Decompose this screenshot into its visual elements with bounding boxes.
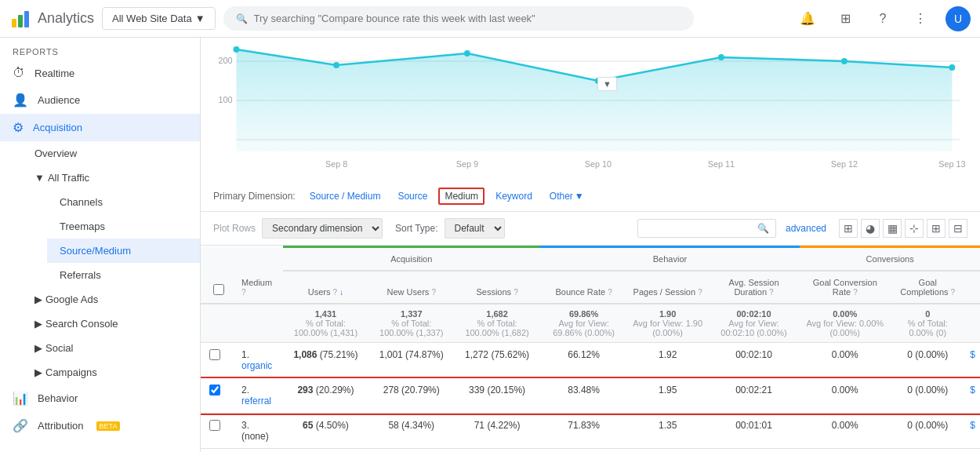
row-medium-2: (none) bbox=[241, 431, 269, 442]
row-medium-link-1[interactable]: referral bbox=[241, 396, 271, 406]
dim-tab-keyword[interactable]: Keyword bbox=[489, 188, 539, 205]
sidebar-label-source-medium: Source/Medium bbox=[60, 245, 131, 257]
sidebar-item-all-traffic[interactable]: ▼ All Traffic bbox=[22, 166, 200, 190]
app-title: Analytics bbox=[38, 10, 94, 27]
pie-view-icon[interactable]: ◕ bbox=[861, 219, 880, 238]
sidebar-item-overview[interactable]: Overview bbox=[22, 141, 200, 166]
search-input[interactable] bbox=[254, 13, 681, 24]
new-users-help-icon[interactable]: ? bbox=[431, 288, 436, 297]
avg-session-help-icon[interactable]: ? bbox=[769, 288, 774, 297]
totals-goal-conv-rate-cell: 0.00% Avg for View: 0.00% (0.00%) bbox=[800, 304, 890, 343]
svg-rect-1 bbox=[18, 15, 23, 27]
totals-new-users-sub: % of Total: 100.00% (1,337) bbox=[373, 319, 449, 337]
totals-bounce-rate-sub: Avg for View: 69.86% (0.00%) bbox=[545, 319, 623, 337]
help-icon[interactable]: ? bbox=[870, 6, 895, 31]
search-console-expand-icon: ▶ bbox=[34, 318, 42, 330]
users-help-icon[interactable]: ? bbox=[333, 288, 338, 297]
sidebar-item-behavior[interactable]: 📊 Behavior bbox=[0, 385, 200, 412]
row-checkbox-0[interactable] bbox=[209, 349, 220, 360]
advanced-link[interactable]: advanced bbox=[786, 223, 826, 234]
table-search[interactable]: 🔍 bbox=[637, 219, 776, 238]
pivot-view-icon[interactable]: ⊞ bbox=[927, 219, 946, 238]
sessions-help-icon[interactable]: ? bbox=[514, 288, 518, 297]
sidebar-item-acquisition[interactable]: ⚙ Acquisition bbox=[0, 114, 200, 141]
secondary-dimension-select[interactable]: Secondary dimension bbox=[262, 218, 383, 239]
users-sort-icon[interactable]: ↓ bbox=[339, 288, 343, 297]
sidebar-item-audience[interactable]: 👤 Audience bbox=[0, 86, 200, 114]
pages-session-help-icon[interactable]: ? bbox=[698, 288, 702, 297]
dim-tab-source-medium[interactable]: Source / Medium bbox=[303, 188, 387, 205]
sidebar-label-behavior: Behavior bbox=[38, 392, 78, 404]
col-pages-session-label: Pages / Session bbox=[633, 287, 696, 297]
sidebar-item-realtime[interactable]: ⏱ Realtime bbox=[0, 60, 200, 86]
goal-conv-rate-help-icon[interactable]: ? bbox=[853, 288, 858, 297]
sidebar-item-treemaps[interactable]: Treemaps bbox=[47, 214, 200, 239]
chart-dropdown[interactable]: ▼ bbox=[597, 77, 617, 91]
scatter-view-icon[interactable]: ⊹ bbox=[905, 219, 924, 238]
svg-point-18 bbox=[718, 54, 724, 60]
row-new-users-value-0: 1,001 bbox=[379, 349, 403, 360]
row-medium-link-0[interactable]: organic bbox=[241, 360, 272, 371]
row-avg-session-0: 00:02:10 bbox=[708, 343, 800, 378]
compare-view-icon[interactable]: ⊟ bbox=[949, 219, 967, 238]
svg-text:Sep 11: Sep 11 bbox=[708, 159, 735, 169]
sort-type-select[interactable]: Default bbox=[445, 218, 505, 239]
goal-completions-help-icon[interactable]: ? bbox=[951, 288, 956, 297]
select-all-checkbox[interactable] bbox=[213, 284, 224, 295]
bounce-rate-help-icon[interactable]: ? bbox=[608, 288, 612, 297]
data-table-container: Medium ? Acquisition Behavior Conversion… bbox=[201, 246, 980, 449]
dim-tab-other[interactable]: Other ▼ bbox=[543, 188, 590, 205]
totals-goal-completions-cell: 0 % of Total: 0.00% (0) bbox=[890, 304, 965, 343]
row-goal-completions-1: 0 (0.00%) bbox=[890, 378, 965, 414]
table-row: 2. referral 293 (20.29%) 278 (20.79%) 33… bbox=[201, 378, 980, 414]
sidebar-item-google-ads[interactable]: ▶ Google Ads bbox=[22, 287, 200, 312]
search-bar[interactable]: 🔍 bbox=[223, 6, 694, 31]
sidebar-item-search-console[interactable]: ▶ Search Console bbox=[22, 312, 200, 336]
col-bounce-rate-label: Bounce Rate bbox=[555, 287, 605, 297]
col-header-pages-session: Pages / Session ? bbox=[628, 271, 708, 304]
row-rank-0: 1. bbox=[241, 349, 249, 360]
other-label: Other bbox=[550, 191, 573, 202]
sidebar-item-campaigns[interactable]: ▶ Campaigns bbox=[22, 360, 200, 385]
sidebar-label-audience: Audience bbox=[38, 94, 80, 106]
table-search-input[interactable] bbox=[644, 223, 754, 234]
apps-icon[interactable]: ⊞ bbox=[833, 6, 858, 31]
row-checkbox-1[interactable] bbox=[209, 385, 220, 396]
main-layout: REPORTS ⏱ Realtime 👤 Audience ⚙ Acquisit… bbox=[0, 38, 980, 452]
row-sessions-value-1: 339 bbox=[469, 385, 485, 396]
user-avatar[interactable]: U bbox=[946, 6, 971, 31]
sidebar-item-referrals[interactable]: Referrals bbox=[47, 263, 200, 287]
bar-view-icon[interactable]: ▦ bbox=[883, 219, 902, 238]
row-checkbox-2[interactable] bbox=[209, 420, 220, 431]
col-header-medium: Medium ? bbox=[229, 247, 283, 304]
grid-view-icon[interactable]: ⊞ bbox=[839, 219, 858, 238]
sidebar-item-attribution[interactable]: 🔗 Attribution BETA bbox=[0, 412, 200, 439]
sort-type-label: Sort Type: bbox=[395, 223, 437, 234]
row-rank-1: 2. bbox=[241, 385, 249, 396]
sidebar-item-channels[interactable]: Channels bbox=[47, 190, 200, 214]
totals-sessions-cell: 1,682 % of Total: 100.00% (1,682) bbox=[454, 304, 539, 343]
dim-tab-medium[interactable]: Medium bbox=[438, 188, 485, 205]
sidebar-item-source-medium[interactable]: Source/Medium bbox=[47, 239, 200, 263]
svg-point-15 bbox=[333, 62, 339, 68]
sidebar-item-social[interactable]: ▶ Social bbox=[22, 336, 200, 360]
row-new-users-2: 58 (4.34%) bbox=[368, 414, 454, 449]
property-selector[interactable]: All Web Site Data ▼ bbox=[102, 7, 216, 30]
row-rank-2: 3. bbox=[241, 420, 249, 431]
totals-users-value: 1,431 bbox=[288, 309, 364, 319]
plot-rows-button[interactable]: Plot Rows bbox=[213, 223, 256, 234]
more-icon[interactable]: ⋮ bbox=[908, 6, 933, 31]
table-row: 1. organic 1,086 (75.21%) 1,001 (74.87%)… bbox=[201, 343, 980, 378]
social-expand-icon: ▶ bbox=[34, 342, 42, 354]
view-icons: ⊞ ◕ ▦ ⊹ ⊞ ⊟ bbox=[839, 219, 967, 238]
dim-tab-source[interactable]: Source bbox=[391, 188, 434, 205]
totals-pages-session-sub: Avg for View: 1.90 (0.00%) bbox=[633, 319, 703, 337]
totals-users-sub: % of Total: 100.00% (1,431) bbox=[288, 319, 364, 337]
row-pages-session-0: 1.92 bbox=[628, 343, 708, 378]
col-header-extra bbox=[965, 271, 980, 304]
table-search-icon: 🔍 bbox=[757, 223, 769, 234]
medium-help-icon[interactable]: ? bbox=[241, 288, 246, 297]
notifications-icon[interactable]: 🔔 bbox=[795, 6, 820, 31]
row-avg-session-1: 00:02:21 bbox=[708, 378, 800, 414]
row-goal-completions-value-0: 0 bbox=[907, 349, 913, 360]
